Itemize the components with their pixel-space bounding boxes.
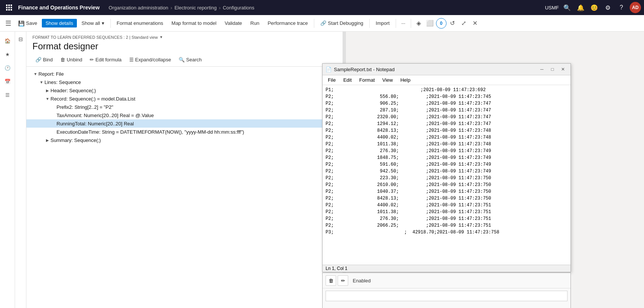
search-label: Search bbox=[186, 57, 202, 63]
sidebar-calendar-icon[interactable]: 📅 bbox=[2, 75, 14, 87]
bottom-edit-button[interactable]: ✏ bbox=[338, 275, 348, 286]
app-title: Finance and Operations Preview bbox=[18, 5, 99, 11]
top-bar-right: USMF 🔍 🔔 😊 ⚙ ? AD bbox=[545, 2, 641, 13]
show-details-button[interactable]: Show details bbox=[42, 19, 77, 27]
breadcrumb: Organization administration › Electronic… bbox=[109, 5, 542, 11]
panel-icon[interactable]: ⬜ bbox=[425, 18, 435, 29]
tree-toggle[interactable]: ▶ bbox=[44, 87, 50, 93]
settings-icon[interactable]: ⚙ bbox=[603, 2, 613, 13]
notepad-minimize-button[interactable]: ─ bbox=[537, 66, 546, 73]
filter-icon[interactable]: ⊟ bbox=[18, 36, 23, 42]
tree-item[interactable]: Prefix2: String[2..2] = "P2" bbox=[26, 103, 343, 111]
sidebar-list-icon[interactable]: ☰ bbox=[2, 89, 14, 101]
breadcrumb-chevron: ▾ bbox=[160, 35, 162, 40]
map-format-button[interactable]: Map format to model bbox=[168, 19, 220, 27]
designer-breadcrumb-text: FORMAT TO LEARN DEFERRED SEQUENCES : 2 |… bbox=[32, 35, 158, 40]
designer-title: Format designer bbox=[32, 41, 337, 52]
show-all-chevron: ▾ bbox=[102, 20, 104, 26]
grid-icon[interactable] bbox=[3, 2, 15, 14]
unbind-button[interactable]: 🗑 Unbind bbox=[57, 55, 85, 64]
sidebar-clock-icon[interactable]: 🕐 bbox=[2, 62, 14, 74]
usmf-label: USMF bbox=[545, 5, 559, 11]
badge-icon[interactable]: 0 bbox=[436, 18, 447, 29]
notepad-menu-item[interactable]: Edit bbox=[340, 76, 355, 84]
search-icon[interactable]: 🔍 bbox=[562, 2, 572, 13]
expand-icon[interactable]: ⤢ bbox=[459, 18, 469, 29]
save-button[interactable]: 💾 Save bbox=[14, 19, 41, 28]
show-all-button[interactable]: Show all ▾ bbox=[78, 19, 108, 27]
diamond-icon[interactable]: ◈ bbox=[413, 18, 424, 29]
tree-item[interactable]: RunningTotal: Numeric[20..20] Real bbox=[26, 119, 343, 128]
run-button[interactable]: Run bbox=[246, 19, 263, 27]
notepad-menu-item[interactable]: View bbox=[379, 76, 397, 84]
more-button[interactable]: ··· bbox=[398, 19, 408, 27]
tree-spacer bbox=[50, 112, 57, 118]
tree-item[interactable]: ▼Record: Sequence(;) = model.Data.List bbox=[26, 95, 343, 103]
notepad-status-text: Ln 1, Col 1 bbox=[326, 266, 347, 271]
show-all-label: Show all bbox=[81, 20, 100, 26]
help-icon[interactable]: ? bbox=[616, 2, 627, 13]
sidebar-home-icon[interactable]: 🏠 bbox=[2, 35, 14, 47]
delete-icon: 🗑 bbox=[329, 278, 333, 284]
notepad-close-button[interactable]: ✕ bbox=[558, 66, 568, 73]
tree-toggle[interactable]: ▼ bbox=[32, 71, 38, 77]
tree-toggle[interactable]: ▼ bbox=[38, 79, 44, 85]
notepad-menu-item[interactable]: Format bbox=[355, 76, 378, 84]
notepad-content: P1; ;2021-08-09 11:47:23:692 P2; 556.80;… bbox=[323, 85, 571, 265]
bind-button[interactable]: 🔗 Bind bbox=[32, 55, 56, 64]
user-icon[interactable]: 😊 bbox=[589, 2, 600, 13]
enabled-input[interactable] bbox=[326, 291, 568, 301]
enabled-label: Enabled bbox=[353, 278, 371, 284]
sep-5 bbox=[411, 19, 411, 28]
import-button[interactable]: Import bbox=[372, 19, 393, 27]
performance-trace-button[interactable]: Performance trace bbox=[264, 19, 312, 27]
tree-item[interactable]: TaxAmount: Numeric[20..20] Real = @.Valu… bbox=[26, 111, 343, 119]
tree-toggle[interactable]: ▼ bbox=[44, 96, 50, 102]
expand-collapse-label: Expand/collapse bbox=[135, 57, 171, 63]
designer-toolbar: 🔗 Bind 🗑 Unbind ✏ Edit formula ☰ Expand/… bbox=[26, 53, 343, 67]
svg-rect-5 bbox=[11, 7, 12, 8]
notepad-maximize-button[interactable]: □ bbox=[548, 66, 557, 73]
hamburger-icon[interactable]: ☰ bbox=[3, 18, 14, 29]
tree-item-label: ExecutionDateTime: String = DATETIMEFORM… bbox=[57, 129, 244, 135]
bind-icon: 🔗 bbox=[35, 57, 41, 63]
expand-collapse-button[interactable]: ☰ Expand/collapse bbox=[126, 55, 174, 64]
sep-3 bbox=[369, 19, 370, 28]
search-button[interactable]: 🔍 Search bbox=[176, 55, 205, 64]
breadcrumb-item-3[interactable]: Configurations bbox=[223, 5, 254, 11]
svg-rect-6 bbox=[6, 9, 8, 11]
tree-toggle[interactable]: ▶ bbox=[44, 137, 50, 143]
notepad-menu-item[interactable]: File bbox=[324, 76, 340, 84]
tree-item[interactable]: ExecutionDateTime: String = DATETIMEFORM… bbox=[26, 128, 343, 136]
tree-item[interactable]: ▶Summary: Sequence(;) bbox=[26, 136, 343, 144]
breadcrumb-item-2[interactable]: Electronic reporting bbox=[174, 5, 217, 11]
tree-item-label: Lines: Sequence bbox=[44, 79, 81, 85]
breadcrumb-sep-1: › bbox=[171, 5, 172, 11]
expand-collapse-icon: ☰ bbox=[129, 57, 134, 63]
more-icon: ··· bbox=[401, 20, 405, 26]
edit-formula-button[interactable]: ✏ Edit formula bbox=[87, 55, 124, 64]
close-icon[interactable]: ✕ bbox=[470, 18, 480, 29]
svg-rect-1 bbox=[8, 5, 10, 6]
notification-icon[interactable]: 🔔 bbox=[575, 2, 586, 13]
notepad-menubar: FileEditFormatViewHelp bbox=[323, 75, 571, 85]
avatar[interactable]: AD bbox=[630, 2, 641, 13]
format-enumerations-button[interactable]: Format enumerations bbox=[113, 19, 167, 27]
svg-rect-3 bbox=[6, 7, 8, 8]
validate-button[interactable]: Validate bbox=[221, 19, 246, 27]
edit-formula-label: Edit formula bbox=[95, 57, 121, 63]
notepad-menu-item[interactable]: Help bbox=[396, 76, 414, 84]
sep-2 bbox=[314, 19, 314, 28]
bottom-delete-button[interactable]: 🗑 bbox=[326, 275, 336, 286]
sidebar-star-icon[interactable]: ★ bbox=[2, 48, 14, 60]
tree-item[interactable]: ▼Report: File bbox=[26, 70, 343, 78]
performance-trace-label: Performance trace bbox=[268, 20, 308, 26]
start-debugging-button[interactable]: 🔗 Start Debugging bbox=[317, 19, 367, 27]
refresh-icon[interactable]: ↺ bbox=[447, 18, 458, 29]
tree-item[interactable]: ▼Lines: Sequence bbox=[26, 78, 343, 86]
breadcrumb-item-1[interactable]: Organization administration bbox=[109, 5, 168, 11]
designer-panel: FORMAT TO LEARN DEFERRED SEQUENCES : 2 |… bbox=[26, 32, 343, 308]
tree-item[interactable]: ▶Header: Sequence(;) bbox=[26, 86, 343, 95]
sep-1 bbox=[110, 19, 111, 28]
tree-item-label: Header: Sequence(;) bbox=[50, 88, 96, 93]
